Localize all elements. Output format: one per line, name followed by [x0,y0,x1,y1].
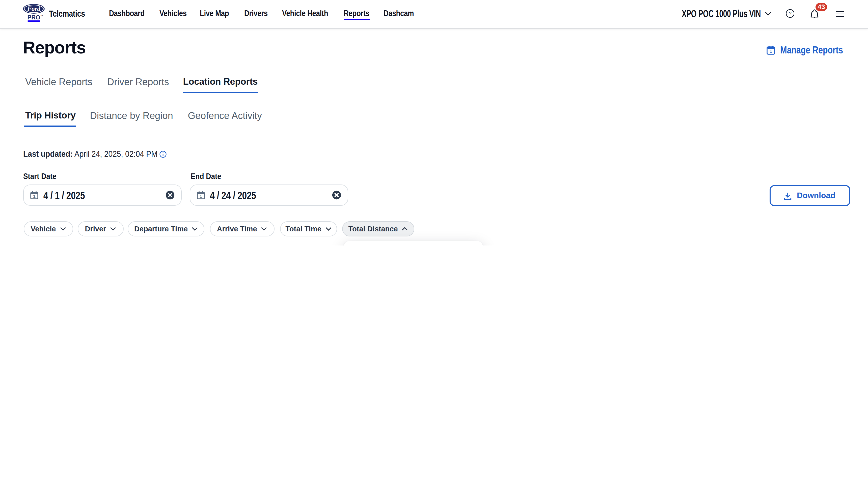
svg-text:PRO: PRO [27,14,40,21]
svg-text:1: 1 [769,49,772,54]
svg-text:?: ? [788,11,791,17]
svg-text:1: 1 [33,194,35,199]
svg-text:TM: TM [40,15,43,17]
svg-text:1: 1 [199,194,202,199]
svg-text:Ford: Ford [27,5,40,12]
